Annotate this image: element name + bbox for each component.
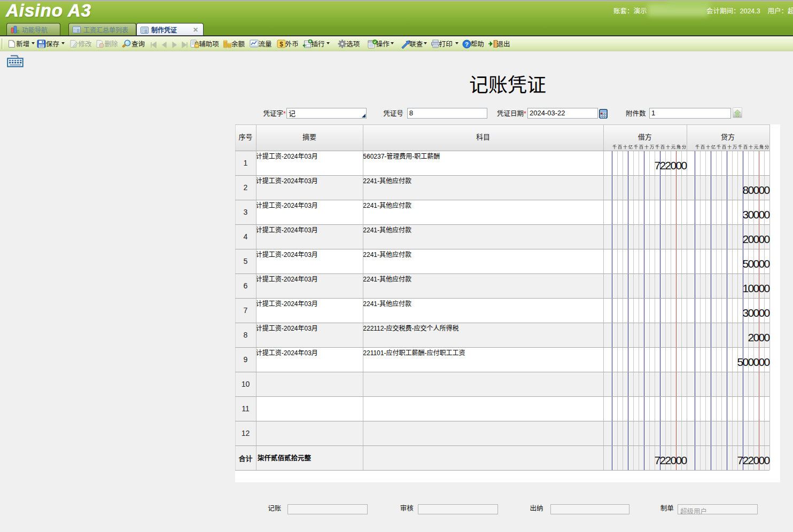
svg-text:?: ? [465,41,469,48]
svg-text:$: $ [279,41,283,48]
